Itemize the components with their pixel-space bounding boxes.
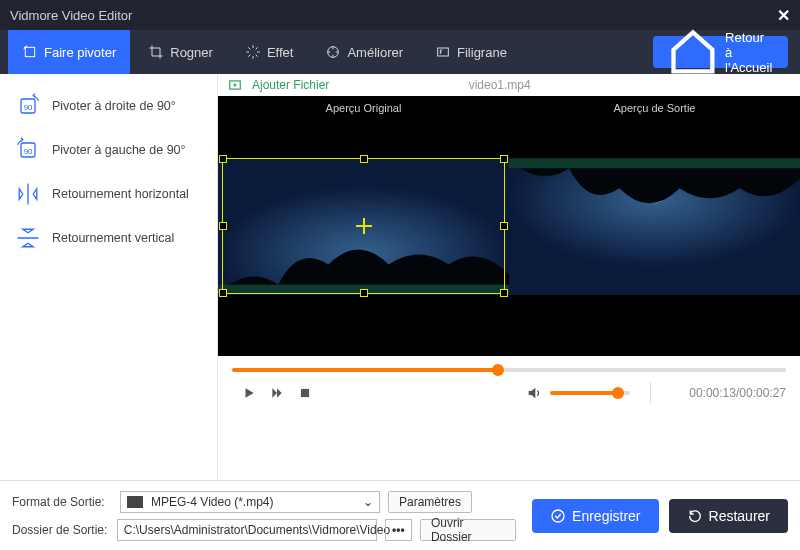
close-icon[interactable]: ✕	[777, 6, 790, 25]
preview-canvases: Aperçu Original Aperç	[218, 96, 800, 356]
format-thumb-icon	[127, 496, 143, 508]
timeline-knob[interactable]	[492, 364, 504, 376]
svg-rect-0	[25, 47, 34, 56]
main-toolbar: Faire pivoter Rogner Effet Améliorer Fil…	[0, 30, 800, 74]
sidebar-item-label: Pivoter à gauche de 90°	[52, 143, 186, 157]
refresh-icon	[687, 508, 703, 524]
settings-button[interactable]: Paramètres	[388, 491, 472, 513]
app-title: Vidmore Video Editor	[10, 8, 132, 23]
chevron-down-icon: ⌄	[363, 495, 373, 509]
add-file-link[interactable]: Ajouter Fichier	[252, 78, 329, 92]
home-icon	[667, 26, 719, 78]
preview-output[interactable]: Aperçu de Sortie	[509, 96, 800, 356]
file-bar: Ajouter Fichier video1.mp4	[218, 74, 800, 96]
tab-rotate[interactable]: Faire pivoter	[8, 30, 130, 74]
sidebar-flip-vertical[interactable]: Retournement vertical	[8, 216, 209, 260]
playback-controls: 00:00:13/00:00:27	[218, 372, 800, 414]
svg-text:90: 90	[24, 147, 33, 156]
tab-crop[interactable]: Rogner	[134, 30, 227, 74]
folder-label: Dossier de Sortie:	[12, 523, 109, 537]
volume-slider[interactable]	[550, 391, 630, 395]
save-button[interactable]: Enregistrer	[532, 499, 658, 533]
volume-control	[526, 385, 630, 401]
sidebar-rotate-left[interactable]: 90 Pivoter à gauche de 90°	[8, 128, 209, 172]
magic-wand-icon	[325, 44, 341, 60]
timeline-progress	[232, 368, 498, 372]
tab-watermark[interactable]: Filigrane	[421, 30, 521, 74]
svg-point-19	[552, 510, 564, 522]
preview-area: Ajouter Fichier video1.mp4 Aperçu Origin…	[218, 74, 800, 480]
main-area: 90 Pivoter à droite de 90° 90 Pivoter à …	[0, 74, 800, 480]
sidebar: 90 Pivoter à droite de 90° 90 Pivoter à …	[0, 74, 218, 480]
restore-button[interactable]: Restaurer	[669, 499, 788, 533]
fast-forward-icon[interactable]	[270, 386, 284, 400]
crop-center-icon	[356, 218, 372, 234]
watermark-icon	[435, 44, 451, 60]
open-folder-button[interactable]: Ouvrir Dossier	[420, 519, 516, 541]
flip-vertical-icon	[14, 224, 42, 252]
output-label: Aperçu de Sortie	[509, 102, 800, 114]
format-value: MPEG-4 Video (*.mp4)	[151, 495, 274, 509]
check-circle-icon	[550, 508, 566, 524]
rotate-right-icon: 90	[14, 92, 42, 120]
crop-icon	[148, 44, 164, 60]
tab-label: Faire pivoter	[44, 45, 116, 60]
stop-icon[interactable]	[298, 386, 312, 400]
sparkle-icon	[245, 44, 261, 60]
timeline[interactable]	[218, 356, 800, 372]
tab-label: Effet	[267, 45, 294, 60]
rotate-icon	[22, 44, 38, 60]
format-label: Format de Sortie:	[12, 495, 112, 509]
home-label: Retour à l'Accueil	[725, 30, 774, 75]
sidebar-item-label: Retournement vertical	[52, 231, 174, 245]
bottom-panel: Format de Sortie: MPEG-4 Video (*.mp4) ⌄…	[0, 480, 800, 550]
svg-rect-17	[509, 158, 800, 168]
timecode: 00:00:13/00:00:27	[689, 386, 786, 400]
play-icon[interactable]	[242, 386, 256, 400]
preview-original[interactable]: Aperçu Original	[218, 96, 509, 356]
original-label: Aperçu Original	[218, 102, 509, 114]
folder-value: C:\Users\Administrator\Documents\Vidmore…	[124, 523, 390, 537]
tab-label: Filigrane	[457, 45, 507, 60]
svg-rect-2	[438, 48, 449, 56]
tab-label: Améliorer	[347, 45, 403, 60]
speaker-icon[interactable]	[526, 385, 542, 401]
sidebar-flip-horizontal[interactable]: Retournement horizontal	[8, 172, 209, 216]
rotate-left-icon: 90	[14, 136, 42, 164]
volume-knob[interactable]	[612, 387, 624, 399]
browse-folder-button[interactable]: •••	[385, 519, 412, 541]
home-button[interactable]: Retour à l'Accueil	[653, 36, 788, 68]
flip-horizontal-icon	[14, 180, 42, 208]
svg-rect-18	[301, 389, 309, 397]
sidebar-item-label: Pivoter à droite de 90°	[52, 99, 176, 113]
add-file-icon[interactable]	[228, 78, 242, 92]
crop-rectangle[interactable]	[222, 158, 505, 294]
folder-path-input[interactable]: C:\Users\Administrator\Documents\Vidmore…	[117, 519, 377, 541]
tab-effect[interactable]: Effet	[231, 30, 308, 74]
svg-text:90: 90	[24, 103, 33, 112]
current-file-name: video1.mp4	[469, 78, 531, 92]
sidebar-rotate-right[interactable]: 90 Pivoter à droite de 90°	[8, 84, 209, 128]
format-select[interactable]: MPEG-4 Video (*.mp4) ⌄	[120, 491, 380, 513]
tab-label: Rogner	[170, 45, 213, 60]
tab-enhance[interactable]: Améliorer	[311, 30, 417, 74]
sidebar-item-label: Retournement horizontal	[52, 187, 189, 201]
